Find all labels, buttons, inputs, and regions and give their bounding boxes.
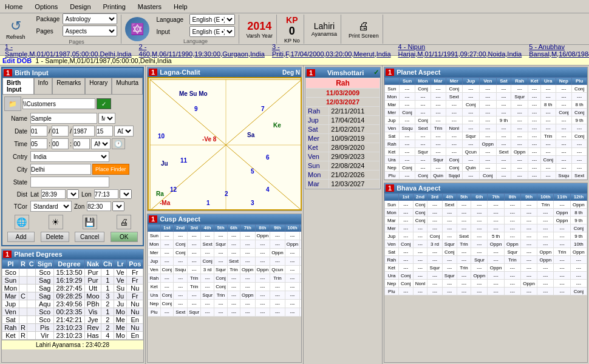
patient-item-3[interactable]: 3 - Priti,F,17/04/2000,03:20:00,Meerut,I… [270, 43, 393, 58]
tcor-select[interactable]: Standard [30, 201, 72, 212]
name-input[interactable] [30, 113, 97, 124]
vim-num: 1 [307, 69, 315, 76]
patient-item-2[interactable]: 2 - 460,M,06/11/1990,19:30:00,Gurgaon,In… [137, 43, 267, 58]
kp-icon: KP [286, 15, 298, 25]
table-row: NepConj------ConjQuin-------------------… [385, 164, 587, 172]
time-hour-input[interactable] [30, 138, 47, 149]
action-icon-2[interactable]: ☀ [49, 215, 63, 229]
clock-icon[interactable]: 🕐 [112, 138, 125, 149]
patient-item-1[interactable]: 1 - Sample,M,01/01/1987,05:00:00,Delhi,I… [2, 43, 134, 58]
action-icon-3[interactable]: 💾 [83, 215, 97, 229]
menu-help[interactable]: Help [171, 2, 190, 12]
input-label: Input [157, 29, 188, 35]
cusp-table: 1st2nd3rd4th5th6th7th8th9th10th11th12th … [148, 224, 301, 317]
lahiri-sub: Ayanamsa [312, 31, 337, 37]
table-row: MonSag28:27:45Utt1SuNu [2, 285, 143, 292]
date-year-input[interactable] [73, 126, 95, 136]
date-num-input[interactable] [96, 126, 113, 136]
table-row: Sat------------Squr------------Trin---Co… [385, 132, 587, 140]
left-panel: 1 Birth Input Birth Input Info Remarks H… [0, 66, 146, 364]
place-finder-btn[interactable]: Place Finder [92, 164, 129, 175]
menu-printing[interactable]: Printing [101, 2, 128, 12]
zon-input[interactable] [87, 201, 111, 211]
chart-house-2: 2 [225, 190, 228, 197]
time-sec-input[interactable] [73, 138, 90, 149]
menu-home[interactable]: Home [2, 2, 25, 12]
add-btn[interactable]: Add [7, 232, 35, 242]
folder-icon[interactable]: 📁 [4, 96, 21, 111]
bhava-scroll[interactable]: 1st2nd3rd4th5th6th7th8th9th10th11th12th … [384, 193, 587, 363]
col-ch: Ch [101, 260, 114, 269]
date-month-input[interactable] [52, 126, 69, 136]
menu-design[interactable]: Design [67, 2, 93, 12]
action-icon-1[interactable]: 🌐 [15, 215, 29, 229]
landscape-icon: 🖨 [358, 20, 369, 33]
cancel-btn[interactable]: Cancel [75, 232, 104, 242]
lagna-deg-n: Deg N [282, 69, 300, 76]
patient-item-4[interactable]: 4 - Nipun Harjai,M,01/11/1991,09:27:00,N… [396, 43, 525, 58]
ok-btn[interactable]: OK [111, 232, 138, 242]
action-icon-4[interactable]: 🖨 [117, 215, 131, 229]
lat-input[interactable] [41, 189, 66, 199]
lon-dir-select[interactable]: E [120, 189, 132, 199]
file-ok-btn[interactable]: ✓ [97, 98, 111, 109]
language-select[interactable]: English (E •) [189, 14, 235, 25]
date-day-input[interactable] [30, 126, 47, 136]
era-select[interactable]: AD [114, 126, 134, 136]
list-item: Mon21/02/2026 [306, 170, 380, 180]
lon-input[interactable] [94, 189, 118, 199]
pages-select[interactable]: Aspects [63, 25, 117, 36]
tab-birth-input[interactable]: Birth Input [2, 78, 34, 94]
table-row: Rah---------------Squr---Trin---Oppn----… [385, 256, 587, 264]
chart-house-7: 7 [261, 106, 265, 112]
table-row: Ket------Squr---Trin---Oppn-------------… [385, 264, 587, 272]
cusp-header: 1 Cusp Aspect [148, 214, 301, 224]
zon-dir-select[interactable]: E [112, 201, 124, 211]
city-input[interactable] [30, 164, 91, 175]
landscape-group[interactable]: 🖨 Print Screen [345, 15, 383, 44]
lagna-header: 1 Lagna-Chalit Deg N [148, 67, 301, 77]
chart-planet-ju: Ju [161, 160, 168, 167]
lagna-num: 1 [149, 69, 157, 76]
table-row: Rah------Trin---Conj---------Trin---Oppn… [148, 274, 302, 283]
refresh-button[interactable]: ↺ Refresh [2, 17, 29, 41]
pa-table: SunMonMarMerJupVenSatRahKetUraNepPlu Sun… [384, 77, 587, 180]
cusp-title: Cusp Aspect [160, 215, 200, 223]
patient-item-5[interactable]: 5 - Anubhav Bansal,M,16/08/1984,14:43:00… [526, 43, 589, 58]
ampm-select[interactable]: AM [91, 138, 111, 149]
list-item: Jup17/04/2014 [306, 116, 380, 125]
menu-masters[interactable]: Masters [135, 2, 164, 12]
table-row: Jup------Conj---Sext---5 th------------9… [385, 232, 587, 240]
delete-btn[interactable]: Delete [41, 232, 69, 242]
package-select[interactable]: Astrology [63, 13, 117, 24]
state-input[interactable] [30, 177, 109, 187]
chart-planet-ke: Ke [273, 122, 281, 129]
chart-house-5: 5 [251, 168, 254, 175]
pa-scroll[interactable]: SunMonMarMerJupVenSatRahKetUraNepPlu Sun… [384, 77, 587, 180]
planet-degrees-table: Pl R C Sign Degree Nak Ch Lr Pos ScoSco1… [2, 259, 143, 340]
tab-remarks[interactable]: Remarks [52, 78, 85, 94]
list-item: Sat21/02/2017 [306, 125, 380, 134]
vim-table: Rah 11/03/2009 12/03/2027 Rah22/11/2011J… [305, 78, 380, 189]
cusp-scroll[interactable]: 1st2nd3rd4th5th6th7th8th9th10th11th12th … [148, 224, 301, 333]
tab-info[interactable]: Info [34, 78, 53, 94]
menu-bar: Home Options Design Printing Masters Hel… [0, 0, 589, 13]
time-min-input[interactable] [52, 138, 69, 149]
language-label: Language [157, 16, 188, 23]
vim-date2: 12/03/2027 [306, 98, 380, 107]
tab-horary[interactable]: Horary [85, 78, 112, 94]
list-item: Ven29/09/2023 [306, 152, 380, 161]
input-select[interactable]: English (E •) [189, 26, 235, 37]
menu-options[interactable]: Options [32, 2, 60, 12]
file-path-input[interactable] [22, 98, 95, 109]
edit-dob-label[interactable]: Edit DOB [2, 57, 32, 64]
name-gender-select[interactable]: M [98, 113, 115, 124]
vim-date2-row: 12/03/2027 [306, 98, 380, 107]
vim-date1: 11/03/2009 [306, 89, 380, 98]
lat-dir-select[interactable]: N [67, 189, 79, 199]
tab-muhurta[interactable]: Muhurta [112, 78, 143, 94]
vim-check: ✓ [373, 69, 379, 76]
planet-degrees-scroll[interactable]: Pl R C Sign Degree Nak Ch Lr Pos ScoSco1… [2, 259, 143, 363]
country-select[interactable]: India [30, 151, 109, 162]
table-row: MerConj---------------------------ConjCo… [385, 109, 587, 116]
